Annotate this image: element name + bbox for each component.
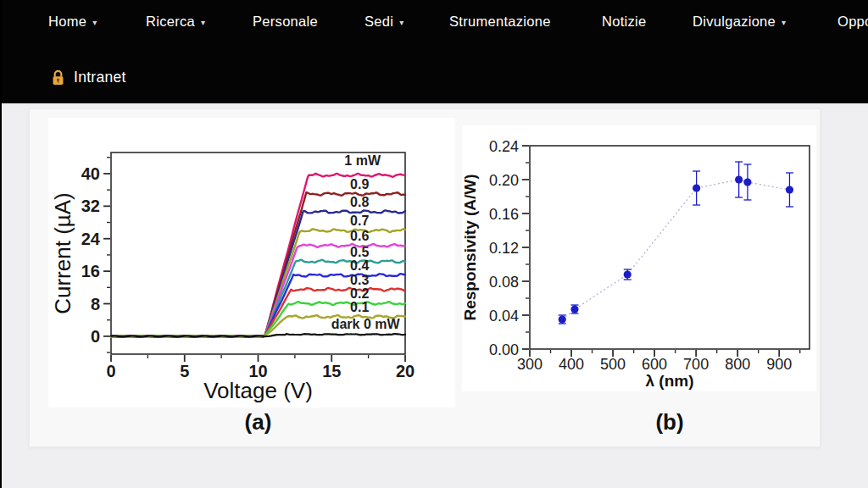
chevron-down-icon: ▾ bbox=[201, 18, 205, 27]
svg-text:0.3: 0.3 bbox=[350, 273, 369, 287]
figure-caption-a: (a) bbox=[111, 409, 405, 435]
nav-label: Sedi bbox=[364, 14, 393, 30]
svg-text:1 mW: 1 mW bbox=[344, 153, 381, 168]
svg-text:0.5: 0.5 bbox=[350, 245, 369, 259]
iv-curves-chart: 051015200816243240Voltage (V)Current (µA… bbox=[48, 118, 455, 408]
nav-label: Personale bbox=[253, 14, 318, 30]
svg-text:Responsivity (A/W): Responsivity (A/W) bbox=[462, 174, 479, 320]
chevron-down-icon: ▾ bbox=[92, 18, 97, 27]
svg-text:700: 700 bbox=[683, 356, 709, 373]
svg-text:λ (nm): λ (nm) bbox=[646, 372, 694, 390]
nav-label: Opportunità bbox=[837, 14, 868, 30]
svg-text:600: 600 bbox=[642, 356, 667, 373]
svg-text:800: 800 bbox=[725, 356, 750, 373]
svg-text:16: 16 bbox=[81, 262, 100, 280]
screen-left-edge bbox=[0, 0, 2, 488]
svg-text:Voltage (V): Voltage (V) bbox=[203, 378, 313, 403]
svg-text:0.6: 0.6 bbox=[350, 229, 369, 243]
intranet-link[interactable]: Intranet bbox=[74, 69, 126, 86]
svg-text:0.16: 0.16 bbox=[489, 206, 519, 223]
intranet-nav: Intranet bbox=[51, 67, 126, 87]
svg-text:5: 5 bbox=[180, 362, 189, 380]
responsivity-chart: 3004005006007008009000.000.040.080.120.1… bbox=[462, 125, 816, 391]
lock-icon bbox=[51, 69, 65, 86]
top-navigation: Home ▾ Ricerca ▾ Personale Sedi ▾ Strume… bbox=[0, 0, 868, 103]
nav-item-divulgazione[interactable]: Divulgazione ▾ bbox=[693, 14, 786, 30]
nav-item-strumentazione[interactable]: Strumentazione bbox=[449, 14, 551, 30]
svg-text:24: 24 bbox=[81, 230, 101, 248]
svg-text:300: 300 bbox=[517, 356, 542, 373]
svg-text:dark 0 mW: dark 0 mW bbox=[331, 317, 401, 331]
svg-text:0.24: 0.24 bbox=[489, 138, 519, 155]
svg-text:Current (µA): Current (µA) bbox=[50, 192, 75, 314]
screen: 051015200816243240Voltage (V)Current (µA… bbox=[0, 0, 868, 488]
svg-text:500: 500 bbox=[600, 356, 626, 373]
nav-item-home[interactable]: Home ▾ bbox=[48, 14, 97, 30]
nav-item-sedi[interactable]: Sedi ▾ bbox=[364, 14, 404, 30]
figure-panel-a: 051015200816243240Voltage (V)Current (µA… bbox=[48, 118, 455, 408]
figure-panel-b: 3004005006007008009000.000.040.080.120.1… bbox=[462, 125, 816, 391]
svg-text:0.4: 0.4 bbox=[350, 258, 369, 273]
nav-item-personale[interactable]: Personale bbox=[253, 14, 318, 30]
svg-text:0.00: 0.00 bbox=[489, 341, 519, 358]
nav-label: Divulgazione bbox=[693, 14, 776, 30]
svg-text:0.2: 0.2 bbox=[350, 286, 369, 301]
svg-text:0.9: 0.9 bbox=[350, 177, 369, 191]
svg-text:8: 8 bbox=[91, 295, 100, 313]
svg-text:0.12: 0.12 bbox=[489, 240, 519, 257]
svg-text:0.20: 0.20 bbox=[489, 172, 519, 189]
svg-text:0.04: 0.04 bbox=[489, 308, 519, 324]
nav-item-opportunita[interactable]: Opportunità bbox=[837, 14, 868, 30]
svg-text:900: 900 bbox=[766, 356, 792, 373]
nav-label: Notizie bbox=[602, 14, 647, 30]
chevron-down-icon: ▾ bbox=[399, 18, 403, 27]
nav-label: Home bbox=[48, 14, 86, 30]
svg-text:0.7: 0.7 bbox=[350, 214, 369, 228]
svg-text:15: 15 bbox=[322, 362, 341, 380]
svg-text:0.1: 0.1 bbox=[350, 300, 369, 314]
svg-text:0.08: 0.08 bbox=[489, 274, 519, 291]
svg-text:20: 20 bbox=[396, 362, 415, 380]
svg-text:0.8: 0.8 bbox=[350, 195, 369, 209]
nav-item-ricerca[interactable]: Ricerca ▾ bbox=[146, 14, 205, 30]
svg-text:0: 0 bbox=[91, 327, 100, 346]
svg-text:0: 0 bbox=[106, 362, 115, 380]
nav-label: Ricerca bbox=[146, 14, 195, 30]
svg-text:40: 40 bbox=[81, 164, 100, 183]
chevron-down-icon: ▾ bbox=[782, 18, 786, 27]
svg-text:400: 400 bbox=[559, 356, 584, 373]
figure-caption-b: (b) bbox=[530, 409, 810, 435]
nav-label: Strumentazione bbox=[449, 14, 551, 30]
svg-text:32: 32 bbox=[81, 197, 100, 215]
nav-item-notizie[interactable]: Notizie bbox=[602, 14, 647, 30]
